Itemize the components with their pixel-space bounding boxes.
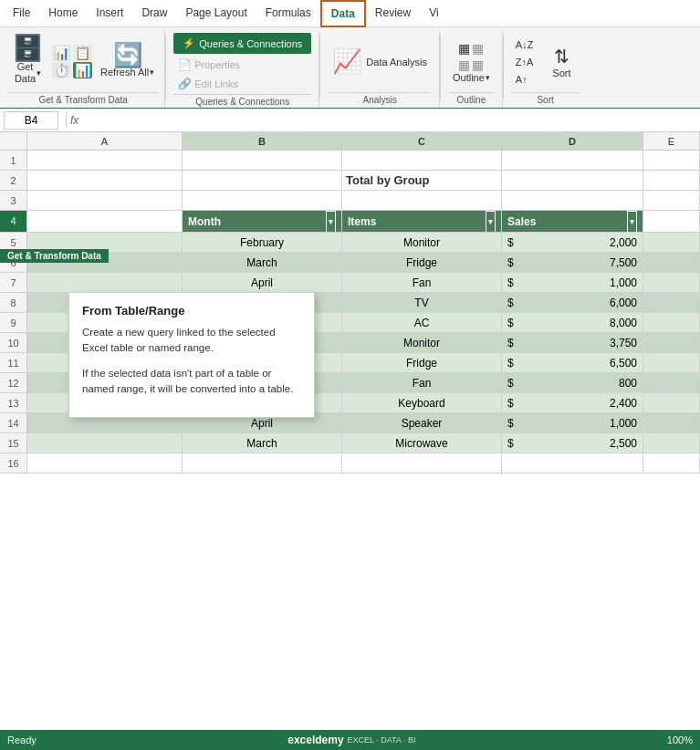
cell-a7[interactable] xyxy=(27,273,183,292)
cell-e5[interactable] xyxy=(643,233,700,252)
cell-reference-box[interactable]: B4 xyxy=(4,111,58,130)
sort-button[interactable]: ⇅ Sort xyxy=(543,43,580,81)
tab-file[interactable]: File xyxy=(4,0,39,27)
cell-b3[interactable] xyxy=(183,191,342,210)
cell-a16[interactable] xyxy=(27,453,183,473)
cell-c7-item[interactable]: Fan xyxy=(342,273,502,292)
cell-e16[interactable] xyxy=(643,453,700,473)
cell-a15[interactable] xyxy=(27,433,183,453)
get-data-button[interactable]: 🗄️ Get Data ▾ xyxy=(7,33,48,88)
tab-view[interactable]: Vi xyxy=(420,0,447,27)
cell-c13-item[interactable]: Keyboard xyxy=(342,393,502,412)
cell-c8-item[interactable]: TV xyxy=(342,293,502,312)
cell-e13[interactable] xyxy=(643,393,700,412)
col-header-b[interactable]: B xyxy=(183,132,342,150)
cell-b4-month-header[interactable]: Month ▾ xyxy=(183,211,342,232)
cell-b16[interactable] xyxy=(183,453,342,473)
cell-b6-month[interactable]: March xyxy=(183,253,342,272)
cell-d2[interactable] xyxy=(502,171,643,190)
cell-d4-sales-header[interactable]: Sales ▾ xyxy=(502,211,643,232)
get-data-dropdown-arrow[interactable]: ▾ xyxy=(37,68,41,78)
cell-c1[interactable] xyxy=(342,151,502,170)
cell-e8[interactable] xyxy=(643,293,700,312)
cell-d13-sales[interactable]: $ 2,400 xyxy=(502,393,643,412)
cell-d1[interactable] xyxy=(502,151,643,170)
refresh-all-button[interactable]: 🔄 Refresh All ▾ xyxy=(96,40,159,80)
col-header-d[interactable]: D xyxy=(502,132,643,150)
cell-c11-item[interactable]: Fridge xyxy=(342,353,502,372)
cell-e7[interactable] xyxy=(643,273,700,292)
sales-dropdown-icon[interactable]: ▾ xyxy=(627,211,637,232)
cell-c4-items-header[interactable]: Items ▾ xyxy=(342,211,502,232)
cell-d15-sales[interactable]: $ 2,500 xyxy=(502,433,643,453)
cell-d7-sales[interactable]: $ 1,000 xyxy=(502,273,643,292)
cell-b2[interactable] xyxy=(183,171,342,190)
cell-d16[interactable] xyxy=(502,453,643,473)
cell-a4[interactable] xyxy=(27,211,183,232)
cell-c3[interactable] xyxy=(342,191,502,210)
sort-az2-button[interactable]: A↑ xyxy=(511,72,538,87)
status-bar-right: 100% xyxy=(667,734,693,745)
tab-review[interactable]: Review xyxy=(366,0,420,27)
cell-e15[interactable] xyxy=(643,433,700,453)
cell-c6-item[interactable]: Fridge xyxy=(342,253,502,272)
cell-c12-item[interactable]: Fan xyxy=(342,373,502,392)
refresh-all-arrow[interactable]: ▾ xyxy=(150,68,154,77)
cell-d14-sales[interactable]: $ 1,000 xyxy=(502,413,643,432)
cell-b1[interactable] xyxy=(183,151,342,170)
cell-d10-sales[interactable]: $ 3,750 xyxy=(502,333,643,352)
ribbon-tabs: File Home Insert Draw Page Layout Formul… xyxy=(0,0,700,27)
col-header-e[interactable]: E xyxy=(643,132,700,150)
cell-c14-item[interactable]: Speaker xyxy=(342,413,502,432)
cell-c10-item[interactable]: Monitor xyxy=(342,333,502,352)
cell-d6-sales[interactable]: $ 7,500 xyxy=(502,253,643,272)
outline-arrow[interactable]: ▾ xyxy=(486,73,490,82)
month-dropdown-icon[interactable]: ▾ xyxy=(326,211,336,232)
data-analysis-button[interactable]: 📈 Data Analysis xyxy=(328,45,432,78)
cell-e3[interactable] xyxy=(643,191,700,210)
cell-a3[interactable] xyxy=(27,191,183,210)
cell-d11-sales[interactable]: $ 6,500 xyxy=(502,353,643,372)
cell-d9-sales[interactable]: $ 8,000 xyxy=(502,313,643,332)
cell-e12[interactable] xyxy=(643,373,700,392)
cell-e4[interactable] xyxy=(643,211,700,232)
cell-b5-month[interactable]: February xyxy=(183,233,342,252)
tab-draw[interactable]: Draw xyxy=(132,0,176,27)
items-dropdown-icon[interactable]: ▾ xyxy=(486,211,496,232)
amount-10: 3,750 xyxy=(610,333,637,352)
outline-icon-3: ▦ xyxy=(458,57,470,72)
tab-page-layout[interactable]: Page Layout xyxy=(176,0,256,27)
cell-b15-month[interactable]: March xyxy=(183,433,342,453)
cell-c16[interactable] xyxy=(342,453,502,473)
cell-a2[interactable] xyxy=(27,171,183,190)
col-header-a[interactable]: A xyxy=(27,132,183,150)
cell-e9[interactable] xyxy=(643,313,700,332)
sort-az-button[interactable]: A↓Z xyxy=(511,37,538,52)
cell-b7-month[interactable]: April xyxy=(183,273,342,292)
tab-data[interactable]: Data xyxy=(320,0,366,27)
cell-e14[interactable] xyxy=(643,413,700,432)
col-header-c[interactable]: C xyxy=(342,132,502,150)
cell-d5-sales[interactable]: $ 2,000 xyxy=(502,233,643,252)
cell-e11[interactable] xyxy=(643,353,700,372)
cell-d12-sales[interactable]: $ 800 xyxy=(502,373,643,392)
cell-e6[interactable] xyxy=(643,253,700,272)
cell-e10[interactable] xyxy=(643,333,700,352)
sort-za-button[interactable]: Z↑A xyxy=(511,55,538,69)
cell-c9-item[interactable]: AC xyxy=(342,313,502,332)
cell-c5-item[interactable]: Monitor xyxy=(342,233,502,252)
cell-e2[interactable] xyxy=(643,171,700,190)
outline-button[interactable]: ▦ ▦ ▦ ▦ Outline ▾ xyxy=(448,38,495,86)
cell-c2[interactable]: Total by Group xyxy=(342,171,502,190)
cell-d3[interactable] xyxy=(502,191,643,210)
formula-input[interactable] xyxy=(82,114,696,127)
cell-e1[interactable] xyxy=(643,151,700,170)
cell-d8-sales[interactable]: $ 6,000 xyxy=(502,293,643,312)
tab-home[interactable]: Home xyxy=(39,0,87,27)
queries-connections-button[interactable]: ⚡ Queries & Connections xyxy=(173,33,311,54)
tab-insert[interactable]: Insert xyxy=(87,0,132,27)
cell-c15-item[interactable]: Microwave xyxy=(342,433,502,453)
amount-9: 8,000 xyxy=(610,313,637,332)
tab-formulas[interactable]: Formulas xyxy=(256,0,320,27)
cell-a1[interactable] xyxy=(27,151,183,170)
